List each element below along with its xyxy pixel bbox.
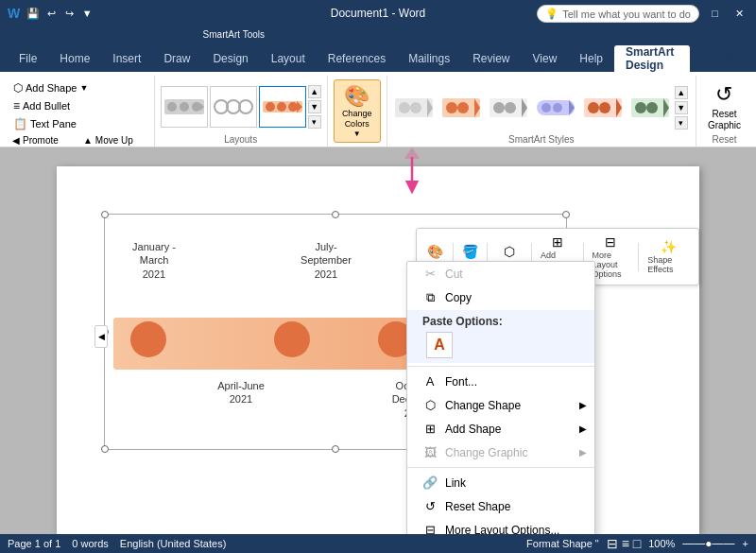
tab-references[interactable]: References <box>317 45 397 72</box>
tab-smartart-design[interactable]: SmartArt Design <box>614 45 690 72</box>
svg-point-1 <box>167 102 177 112</box>
promote-button[interactable]: ◀ Promote <box>9 134 77 147</box>
layout-thumb-1[interactable] <box>161 86 208 128</box>
handle-tr[interactable] <box>562 211 570 218</box>
document-area: ⊕ January -March2021 July-September2021 … <box>0 147 756 534</box>
document-title: Document1 - Word <box>331 7 425 20</box>
tab-view[interactable]: View <box>522 45 569 72</box>
style-thumb-3[interactable] <box>486 87 531 129</box>
svg-point-31 <box>588 102 599 113</box>
tab-insert[interactable]: Insert <box>101 45 152 72</box>
restore-button[interactable]: □ <box>707 6 723 21</box>
ctx-change-shape-item[interactable]: ⬡ Change Shape ▶ <box>407 393 594 417</box>
timeline-dot-2[interactable] <box>274 321 310 357</box>
ctx-font-item[interactable]: A Font... <box>407 370 594 393</box>
style-thumb-5[interactable] <box>580 87 626 129</box>
handle-tl[interactable] <box>101 211 109 218</box>
zoom-in-icon[interactable]: + <box>743 538 748 549</box>
close-button[interactable]: ✕ <box>730 6 748 22</box>
style-thumb-2[interactable] <box>438 87 484 129</box>
change-colors-button[interactable]: 🎨 ChangeColors ▼ <box>334 79 381 143</box>
style-thumb-1[interactable] <box>391 87 437 129</box>
layout-svg-3 <box>261 88 304 126</box>
ctx-sep-1 <box>407 366 594 367</box>
change-colors-label: ChangeColors <box>342 109 372 130</box>
tab-review[interactable]: Review <box>461 45 521 72</box>
undo-icon[interactable]: ↩ <box>43 6 59 21</box>
svg-point-2 <box>180 102 189 112</box>
style-svg-2 <box>440 89 482 127</box>
label-jan-march: January -March2021 <box>121 240 187 281</box>
change-colors-dropdown-icon[interactable]: ▼ <box>353 130 361 138</box>
zoom-slider[interactable]: ——●—— <box>682 537 734 550</box>
tell-me-box[interactable]: 💡 Tell me what you want to do <box>537 5 699 23</box>
text-pane-icon: 📋 <box>13 117 27 130</box>
font-icon: A <box>422 374 438 389</box>
float-effects-button[interactable]: ✨ Shape Effects <box>643 236 695 277</box>
change-colors-group: 🎨 ChangeColors ▼ <box>328 76 387 147</box>
move-up-button[interactable]: ▲ Move Up <box>80 134 148 147</box>
tab-design[interactable]: Design <box>201 45 259 72</box>
style-thumb-6[interactable] <box>627 87 673 129</box>
ctx-add-shape-item[interactable]: ⊞ Add Shape ▶ <box>407 417 594 441</box>
sidebar-expand-button[interactable]: ◀ <box>94 325 108 348</box>
smartart-styles-label: SmartArt Styles <box>508 134 574 147</box>
layout-scroll-more[interactable]: ▾ <box>308 115 321 129</box>
tab-layout[interactable]: Layout <box>260 45 317 72</box>
effects-icon: ✨ <box>661 239 677 254</box>
svg-point-11 <box>277 102 286 112</box>
layout-scroll-down[interactable]: ▼ <box>308 100 321 113</box>
reset-graphic-button[interactable]: ↺ ResetGraphic <box>702 79 747 134</box>
redo-icon[interactable]: ↪ <box>61 6 77 21</box>
layout-scroll-up[interactable]: ▲ <box>308 85 321 98</box>
change-colors-icon: 🎨 <box>344 84 369 109</box>
layout-options-icon: ⊟ <box>605 234 616 250</box>
tab-file[interactable]: File <box>8 45 48 72</box>
style-thumb-4[interactable] <box>533 87 578 129</box>
ctx-reset-shape-item[interactable]: ↺ Reset Shape <box>407 494 594 518</box>
tab-help[interactable]: Help <box>568 45 614 72</box>
tab-format[interactable]: Format <box>690 45 748 72</box>
paste-icon-box[interactable]: A <box>426 332 453 358</box>
cg-row-3: 📋 Text Pane <box>9 115 148 132</box>
add-shape-ctx-arrow: ▶ <box>579 423 587 434</box>
customize-icon[interactable]: ▼ <box>79 6 94 21</box>
layout-thumb-2[interactable] <box>210 86 257 128</box>
handle-tm[interactable] <box>332 211 339 218</box>
handle-bm[interactable] <box>332 445 339 453</box>
float-sep-5 <box>638 243 639 271</box>
save-icon[interactable]: 💾 <box>26 6 41 21</box>
handle-bl[interactable] <box>101 445 109 453</box>
quick-access-toolbar: 💾 ↩ ↪ ▼ <box>26 6 94 21</box>
ctx-change-graphic-item[interactable]: 🖼 Change Graphic ▶ <box>407 441 594 464</box>
tab-home[interactable]: Home <box>48 45 101 72</box>
ctx-sep-2 <box>407 467 594 468</box>
style-svg-4 <box>535 89 576 127</box>
tab-mailings[interactable]: Mailings <box>397 45 461 72</box>
ctx-more-layout-item[interactable]: ⊟ More Layout Options... <box>407 518 594 534</box>
page-info: Page 1 of 1 <box>8 538 60 549</box>
ctx-copy-item[interactable]: ⧉ Copy <box>407 285 594 310</box>
paste-options-box-container: A <box>422 332 579 358</box>
zoom-level: 100% <box>648 538 675 549</box>
layout-thumb-3[interactable] <box>259 86 306 128</box>
tab-draw[interactable]: Draw <box>152 45 201 72</box>
smartart-band-label: SmartArt Tools <box>203 29 265 40</box>
outline-icon: ⬡ <box>504 244 515 259</box>
ctx-link-item[interactable]: 🔗 Link <box>407 471 594 494</box>
label-july-sept: July-September2021 <box>293 240 359 281</box>
timeline-dot-1[interactable] <box>130 321 166 357</box>
smartart-tools-band: SmartArt Tools <box>0 26 756 42</box>
add-shape-button[interactable]: ⬡ Add Shape ▼ <box>9 79 92 96</box>
ctx-cut-item[interactable]: ✂ Cut <box>407 262 594 285</box>
add-shape-dropdown-icon[interactable]: ▼ <box>79 83 88 93</box>
styles-scroll-up[interactable]: ▲ <box>675 86 688 99</box>
fill-icon: 🪣 <box>462 244 478 259</box>
styles-scroll-more[interactable]: ▾ <box>675 116 688 130</box>
add-bullet-button[interactable]: ≡ Add Bullet <box>9 97 74 114</box>
svg-point-32 <box>599 102 610 113</box>
styles-scroll-down[interactable]: ▼ <box>675 101 688 114</box>
context-menu: ✂ Cut ⧉ Copy Paste Options: A A Font... … <box>406 261 595 534</box>
text-pane-button[interactable]: 📋 Text Pane <box>9 115 80 132</box>
status-bar: Page 1 of 1 0 words English (United Stat… <box>0 534 756 553</box>
